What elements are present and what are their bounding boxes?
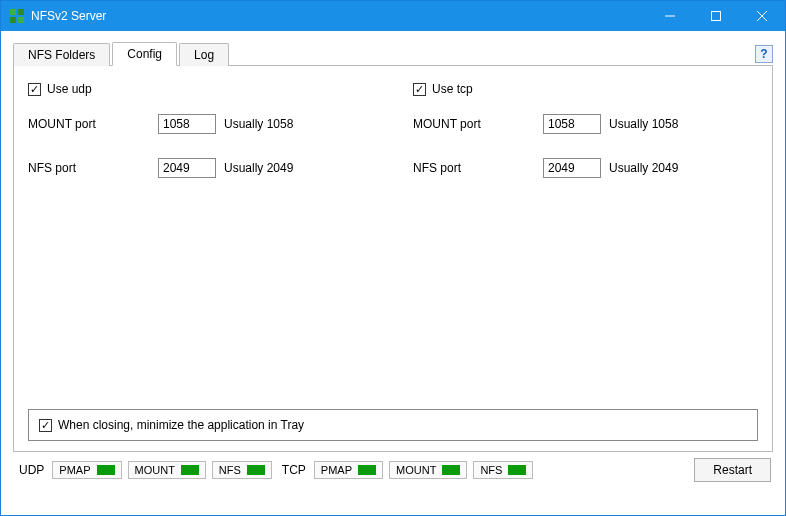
config-panel: Use udp MOUNT port Usually 1058 NFS port… <box>13 66 773 452</box>
status-bar: UDP PMAP MOUNT NFS TCP PMAP MOUNT NFS Re… <box>13 452 773 482</box>
udp-pmap-indicator: PMAP <box>52 461 121 479</box>
svg-rect-2 <box>10 17 16 23</box>
status-dot-icon <box>358 465 376 475</box>
udp-nfs-port-label: NFS port <box>28 161 158 175</box>
tcp-mount-port-hint: Usually 1058 <box>609 117 678 131</box>
tcp-nfs-indicator: NFS <box>473 461 533 479</box>
tcp-column: Use tcp MOUNT port Usually 1058 NFS port… <box>413 82 758 202</box>
svg-rect-5 <box>712 12 721 21</box>
udp-nfs-indicator: NFS <box>212 461 272 479</box>
svg-rect-0 <box>10 9 16 15</box>
status-dot-icon <box>508 465 526 475</box>
status-dot-icon <box>247 465 265 475</box>
udp-nfs-port-input[interactable] <box>158 158 216 178</box>
tray-label: When closing, minimize the application i… <box>58 418 304 432</box>
udp-mount-port-hint: Usually 1058 <box>224 117 293 131</box>
tcp-nfs-port-label: NFS port <box>413 161 543 175</box>
use-tcp-label: Use tcp <box>432 82 473 96</box>
tcp-status-label: TCP <box>282 463 306 477</box>
window-title: NFSv2 Server <box>31 9 647 23</box>
app-icon <box>9 8 25 24</box>
tray-checkbox[interactable] <box>39 419 52 432</box>
udp-mount-indicator: MOUNT <box>128 461 206 479</box>
help-button[interactable]: ? <box>755 45 773 63</box>
tcp-mount-port-input[interactable] <box>543 114 601 134</box>
udp-column: Use udp MOUNT port Usually 1058 NFS port… <box>28 82 373 202</box>
restart-button[interactable]: Restart <box>694 458 771 482</box>
status-dot-icon <box>97 465 115 475</box>
tab-nfs-folders[interactable]: NFS Folders <box>13 43 110 66</box>
maximize-button[interactable] <box>693 1 739 31</box>
udp-mount-port-label: MOUNT port <box>28 117 158 131</box>
udp-nfs-port-hint: Usually 2049 <box>224 161 293 175</box>
titlebar: NFSv2 Server <box>1 1 785 31</box>
tcp-mount-port-label: MOUNT port <box>413 117 543 131</box>
tab-config[interactable]: Config <box>112 42 177 66</box>
svg-rect-3 <box>18 17 24 23</box>
minimize-button[interactable] <box>647 1 693 31</box>
use-udp-label: Use udp <box>47 82 92 96</box>
tcp-nfs-port-hint: Usually 2049 <box>609 161 678 175</box>
udp-mount-port-input[interactable] <box>158 114 216 134</box>
close-button[interactable] <box>739 1 785 31</box>
status-dot-icon <box>442 465 460 475</box>
tab-log[interactable]: Log <box>179 43 229 66</box>
tcp-pmap-indicator: PMAP <box>314 461 383 479</box>
use-tcp-checkbox[interactable] <box>413 83 426 96</box>
udp-status-label: UDP <box>19 463 44 477</box>
tab-strip: NFS Folders Config Log ? <box>13 41 773 66</box>
tray-option-box: When closing, minimize the application i… <box>28 409 758 441</box>
tcp-mount-indicator: MOUNT <box>389 461 467 479</box>
status-dot-icon <box>181 465 199 475</box>
svg-rect-1 <box>18 9 24 15</box>
use-udp-checkbox[interactable] <box>28 83 41 96</box>
tcp-nfs-port-input[interactable] <box>543 158 601 178</box>
